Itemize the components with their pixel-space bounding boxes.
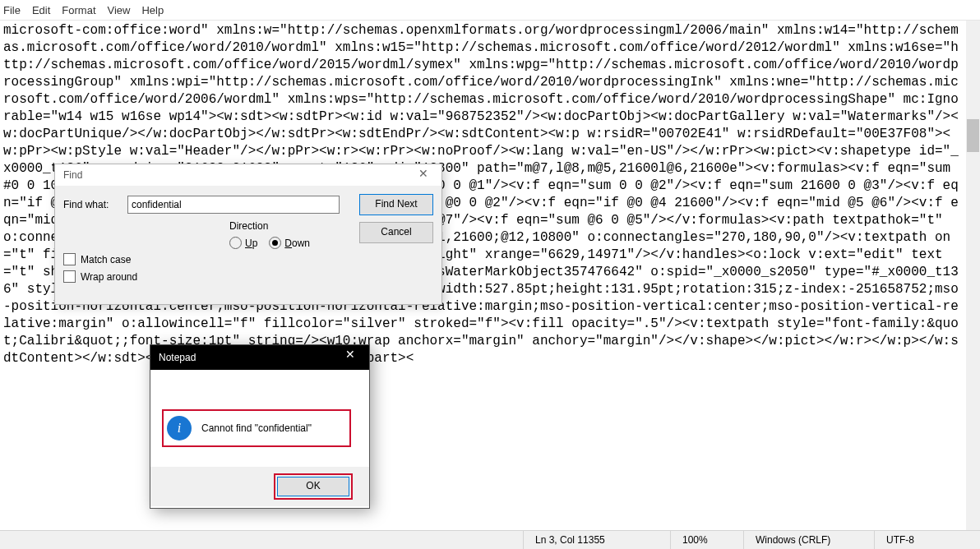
- find-title: Find: [63, 169, 82, 181]
- find-titlebar: Find ✕: [55, 164, 441, 186]
- ok-button[interactable]: OK: [277, 477, 349, 496]
- statusbar: Ln 3, Col 11355 100% Windows (CRLF) UTF-…: [0, 530, 980, 549]
- find-body: Find what: Find Next Cancel Direction Up…: [55, 186, 441, 306]
- menubar: File Edit Format View Help: [0, 0, 980, 21]
- status-eol: Windows (CRLF): [743, 531, 874, 549]
- direction-down-radio[interactable]: Down: [269, 237, 310, 249]
- wrap-around-checkbox[interactable]: Wrap around: [63, 270, 137, 283]
- close-icon[interactable]: ✕: [336, 348, 364, 367]
- menu-view[interactable]: View: [108, 4, 131, 16]
- direction-up-radio[interactable]: Up: [229, 237, 257, 249]
- direction-group: Direction Up Down: [229, 220, 344, 266]
- alert-highlight: i Cannot find "confidential": [162, 409, 351, 447]
- status-position: Ln 3, Col 11355: [523, 531, 670, 549]
- direction-label: Direction: [229, 220, 344, 232]
- direction-up-label: Up: [245, 238, 257, 249]
- alert-dialog: Notepad ✕ i Cannot find "confidential" O…: [150, 344, 370, 509]
- menu-help[interactable]: Help: [141, 4, 164, 16]
- checkbox-icon: [63, 270, 76, 283]
- direction-down-label: Down: [284, 238, 310, 249]
- info-icon: i: [167, 416, 192, 441]
- find-what-label: Find what:: [63, 199, 127, 210]
- status-encoding: UTF-8: [874, 531, 980, 549]
- find-dialog: Find ✕ Find what: Find Next Cancel Direc…: [54, 164, 442, 305]
- menu-format[interactable]: Format: [62, 4, 95, 16]
- alert-footer: OK: [150, 467, 369, 506]
- alert-titlebar: Notepad ✕: [150, 345, 369, 370]
- scroll-thumb[interactable]: [967, 119, 979, 152]
- status-zoom: 100%: [670, 531, 743, 549]
- checkbox-icon: [63, 253, 76, 265]
- alert-message: Cannot find "confidential": [201, 422, 312, 434]
- close-icon[interactable]: ✕: [410, 167, 437, 183]
- find-what-input[interactable]: [127, 196, 340, 214]
- editor-area: microsoft-com:office:word" xmlns:w="http…: [0, 21, 980, 533]
- match-case-label: Match case: [81, 254, 131, 265]
- menu-edit[interactable]: Edit: [32, 4, 50, 16]
- alert-title: Notepad: [159, 352, 196, 363]
- find-next-button[interactable]: Find Next: [359, 194, 433, 215]
- vertical-scrollbar[interactable]: [966, 21, 980, 533]
- alert-body: i Cannot find "confidential": [150, 370, 369, 467]
- menu-file[interactable]: File: [3, 4, 21, 16]
- wrap-around-label: Wrap around: [81, 271, 137, 283]
- ok-highlight: OK: [274, 473, 353, 500]
- match-case-checkbox[interactable]: Match case: [63, 253, 137, 265]
- cancel-button[interactable]: Cancel: [359, 222, 433, 243]
